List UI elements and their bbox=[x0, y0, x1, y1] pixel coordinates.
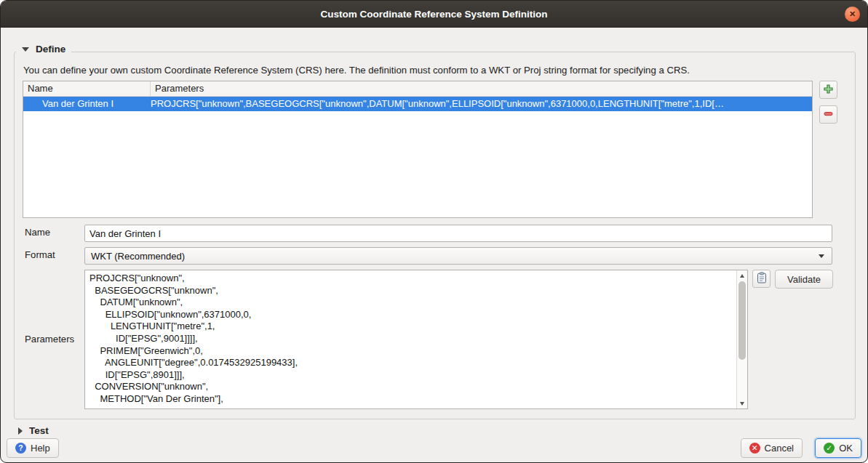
window-title: Custom Coordinate Reference System Defin… bbox=[320, 9, 547, 20]
collapse-collapsed-icon bbox=[18, 427, 23, 435]
define-section: Define You can define your own custom Co… bbox=[14, 52, 856, 419]
test-title: Test bbox=[29, 425, 49, 436]
define-title: Define bbox=[36, 44, 65, 55]
format-select[interactable]: WKT (Recommended) bbox=[84, 247, 832, 265]
plus-icon bbox=[824, 84, 833, 96]
help-icon: ? bbox=[15, 443, 26, 454]
parameters-scrollbar[interactable] bbox=[736, 270, 747, 408]
remove-crs-button[interactable] bbox=[819, 105, 837, 124]
titlebar: Custom Coordinate Reference System Defin… bbox=[1, 1, 867, 28]
crs-table-header: Name Parameters bbox=[23, 81, 812, 97]
define-description: You can define your own custom Coordinat… bbox=[23, 65, 846, 76]
copy-parameters-button[interactable] bbox=[752, 270, 771, 288]
validate-button[interactable]: Validate bbox=[775, 270, 833, 289]
ok-button-label: OK bbox=[839, 443, 853, 454]
parameters-label: Parameters bbox=[25, 334, 74, 345]
format-selected-value: WKT (Recommended) bbox=[91, 251, 819, 262]
parameters-textarea[interactable]: PROJCRS["unknown", BASEGEOGCRS["unknown"… bbox=[85, 270, 736, 408]
name-label: Name bbox=[25, 227, 50, 238]
ok-icon: ✓ bbox=[824, 443, 835, 454]
collapse-expanded-icon bbox=[22, 47, 29, 52]
column-header-parameters[interactable]: Parameters bbox=[151, 81, 812, 96]
add-crs-button[interactable] bbox=[819, 81, 837, 99]
help-button[interactable]: ? Help bbox=[7, 438, 59, 458]
scroll-down-icon[interactable] bbox=[737, 398, 747, 408]
cancel-icon: ✕ bbox=[749, 443, 760, 454]
clipboard-icon bbox=[757, 272, 767, 286]
scroll-up-icon[interactable] bbox=[737, 270, 747, 281]
parameters-editor: PROJCRS["unknown", BASEGEOGCRS["unknown"… bbox=[84, 270, 748, 409]
close-button[interactable]: ✕ bbox=[845, 7, 860, 22]
ok-button[interactable]: ✓ OK bbox=[815, 438, 861, 458]
test-collapse-header[interactable]: Test bbox=[18, 425, 49, 436]
cancel-button[interactable]: ✕ Cancel bbox=[741, 438, 803, 458]
format-label: Format bbox=[25, 249, 55, 260]
close-icon: ✕ bbox=[849, 9, 856, 18]
define-collapse-header[interactable]: Define bbox=[16, 44, 71, 55]
chevron-down-icon bbox=[819, 254, 824, 258]
minus-icon bbox=[824, 109, 833, 121]
custom-crs-dialog: Custom Coordinate Reference System Defin… bbox=[0, 0, 868, 463]
crs-table: Name Parameters Van der Grinten I PROJCR… bbox=[23, 81, 813, 218]
scrollbar-thumb[interactable] bbox=[738, 281, 746, 360]
help-button-label: Help bbox=[31, 443, 50, 454]
table-side-buttons bbox=[819, 81, 837, 124]
table-row[interactable]: Van der Grinten I PROJCRS["unknown",BASE… bbox=[23, 97, 812, 111]
row-name-cell: Van der Grinten I bbox=[23, 97, 151, 111]
column-header-name[interactable]: Name bbox=[23, 81, 151, 96]
row-parameters-cell: PROJCRS["unknown",BASEGEOGCRS["unknown",… bbox=[151, 97, 812, 111]
cancel-button-label: Cancel bbox=[765, 443, 794, 454]
name-input[interactable] bbox=[84, 225, 832, 242]
